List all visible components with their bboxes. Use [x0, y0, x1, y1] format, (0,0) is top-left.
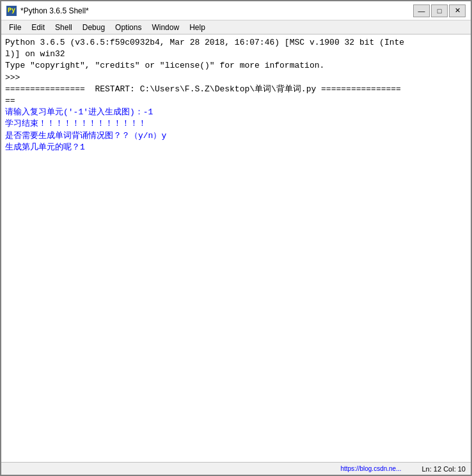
output-line-12: 生成第几单元的呢？1 — [5, 142, 467, 153]
minimize-button[interactable]: — — [413, 4, 430, 17]
menu-edit[interactable]: Edit — [26, 22, 50, 33]
title-bar-left: Py *Python 3.6.5 Shell* — [6, 6, 89, 16]
output-line-6: == — [5, 95, 467, 107]
status-position: Ln: 12 Col: 10 — [422, 465, 466, 473]
output-line-9: 学习结束！！！！！！！！！！！！！ — [5, 118, 467, 130]
menu-options[interactable]: Options — [110, 22, 146, 33]
shell-content[interactable]: Python 3.6.5 (v3.6.5:f59c0932b4, Mar 28 … — [1, 35, 471, 462]
output-line-11: 是否需要生成单词背诵情况图？？（y/n）y — [5, 130, 467, 142]
window-controls: — □ ✕ — [413, 4, 466, 17]
output-line-4: >>> — [5, 72, 467, 84]
menu-file[interactable]: File — [4, 22, 26, 33]
close-button[interactable]: ✕ — [449, 4, 466, 17]
main-window: Py *Python 3.6.5 Shell* — □ ✕ File Edit … — [0, 0, 472, 476]
app-icon: Py — [6, 6, 17, 16]
title-bar: Py *Python 3.6.5 Shell* — □ ✕ — [1, 1, 471, 20]
menu-help[interactable]: Help — [184, 22, 210, 33]
window-title: *Python 3.6.5 Shell* — [20, 6, 89, 15]
output-line-2: l)] on win32 — [5, 49, 467, 60]
status-url: https://blog.csdn.ne... — [340, 465, 401, 472]
output-line-1: Python 3.6.5 (v3.6.5:f59c0932b4, Mar 28 … — [5, 37, 467, 49]
status-bar: https://blog.csdn.ne... Ln: 12 Col: 10 — [1, 462, 471, 475]
menu-bar: File Edit Shell Debug Options Window Hel… — [1, 20, 471, 35]
output-line-5: ================ RESTART: C:\Users\F.S.Z… — [5, 84, 467, 95]
output-line-7: 请输入复习单元('-1'进入生成图)：-1 — [5, 107, 467, 118]
output-line-3: Type "copyright", "credits" or "license(… — [5, 60, 467, 72]
menu-window[interactable]: Window — [146, 22, 184, 33]
menu-debug[interactable]: Debug — [77, 22, 110, 33]
status-right: https://blog.csdn.ne... Ln: 12 Col: 10 — [340, 465, 466, 473]
menu-shell[interactable]: Shell — [50, 22, 77, 33]
app-icon-text: Py — [8, 7, 15, 14]
maximize-button[interactable]: □ — [431, 4, 448, 17]
